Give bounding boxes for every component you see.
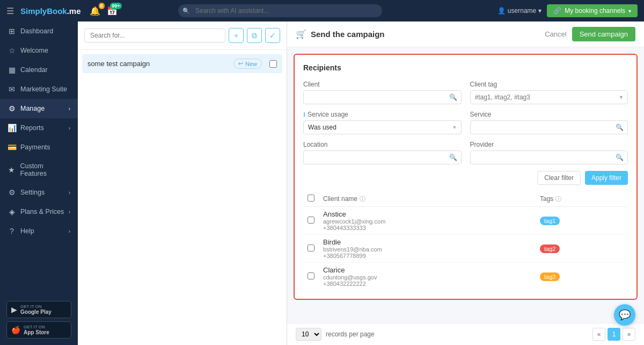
service-usage-label: ℹ Service usage — [303, 111, 462, 118]
client-email: bstrivens19@nba.com — [323, 246, 531, 253]
client-label: Client — [303, 81, 462, 88]
client-name-info-icon: ⓘ — [360, 195, 365, 203]
sidebar-item-dashboard[interactable]: ⊞ Dashboard — [0, 21, 78, 41]
table-row: Clarice cduntong@usgs.gov +380432222222 … — [303, 263, 628, 291]
campaign-item[interactable]: some test campaign ↩ New — [82, 54, 282, 73]
user-menu[interactable]: 👤 username ▾ — [497, 7, 541, 15]
booking-channels-button[interactable]: 🔗 My booking channels ▾ — [547, 4, 638, 17]
nav-right: 👤 username ▾ 🔗 My booking channels ▾ — [497, 4, 638, 17]
welcome-icon: ☆ — [8, 46, 16, 55]
notification-bell[interactable]: 🔔 8 — [90, 6, 100, 16]
client-tag-cell: tag3 — [536, 263, 628, 291]
copy-campaign-button[interactable]: ⧉ — [247, 28, 262, 43]
client-info-cell: Clarice cduntong@usgs.gov +380432222222 — [319, 263, 536, 291]
content-area: + ⧉ ✓ some test campaign ↩ New — [78, 21, 644, 345]
filter-actions: Clear filter Apply filter — [303, 171, 628, 185]
apply-filter-button[interactable]: Apply filter — [585, 171, 628, 185]
client-input[interactable] — [303, 90, 462, 104]
sidebar-item-marketing[interactable]: ✉ Marketing Suite — [0, 80, 78, 99]
google-play-badge[interactable]: ▶ GET IT ON Google Play — [6, 301, 71, 318]
send-campaign-button[interactable]: Send campaign — [572, 27, 635, 41]
recipients-container: Recipients Client 🔍 — [287, 47, 644, 323]
sidebar-item-custom[interactable]: ★ Custom Features — [0, 157, 78, 183]
sidebar-item-calendar[interactable]: ▦ Calendar — [0, 60, 78, 80]
main-layout: ⊞ Dashboard ☆ Welcome ▦ Calendar ✉ Marke… — [0, 21, 644, 345]
sidebar-item-welcome[interactable]: ☆ Welcome — [0, 41, 78, 60]
select-all-checkbox[interactable] — [308, 195, 314, 202]
service-search-icon: 🔍 — [616, 124, 624, 131]
col-client-name: Client name ⓘ — [319, 191, 536, 207]
client-search-icon: 🔍 — [449, 94, 457, 101]
client-phone: +380443333333 — [323, 225, 531, 231]
location-input[interactable] — [303, 150, 462, 164]
client-phone: +380432222222 — [323, 281, 531, 287]
client-input-wrap: 🔍 — [303, 90, 462, 104]
row-checkbox[interactable] — [308, 245, 314, 251]
sidebar-item-reports[interactable]: 📊 Reports › — [0, 118, 78, 138]
settings-arrow: › — [69, 190, 70, 196]
notification-badge: 8 — [99, 3, 105, 9]
sidebar: ⊞ Dashboard ☆ Welcome ▦ Calendar ✉ Marke… — [0, 21, 78, 345]
search-input[interactable] — [178, 4, 382, 17]
recipients-table: Client name ⓘ Tags ⓘ — [303, 191, 628, 290]
service-input[interactable] — [470, 120, 628, 134]
cancel-button[interactable]: Cancel — [545, 30, 566, 38]
service-input-wrap: 🔍 — [470, 120, 628, 134]
per-page-select[interactable]: 10 20 50 — [296, 328, 321, 341]
provider-input[interactable] — [470, 150, 628, 164]
table-row: Anstice agrewcock1j@xing.com +3804433333… — [303, 207, 628, 235]
google-play-icon: ▶ — [11, 305, 17, 314]
sidebar-item-plans[interactable]: ◈ Plans & Prices › — [0, 202, 78, 221]
check-campaign-button[interactable]: ✓ — [265, 28, 280, 43]
payments-icon: 💳 — [8, 143, 16, 152]
campaign-list: some test campaign ↩ New — [78, 50, 287, 77]
page-1-button[interactable]: 1 — [608, 328, 620, 341]
plans-icon: ◈ — [8, 207, 16, 216]
sidebar-item-help[interactable]: ? Help › — [0, 221, 78, 241]
client-name: Birdie — [323, 238, 531, 246]
first-page-button[interactable]: « — [592, 328, 605, 341]
top-navigation: ☰ SimplyBook.me 🔔 8 📅 99+ 👤 username ▾ 🔗… — [0, 0, 644, 21]
calendar-icon-btn[interactable]: 📅 99+ — [107, 6, 118, 16]
sidebar-item-settings[interactable]: ⚙ Settings › — [0, 183, 78, 202]
send-campaign-title: 🛒 Send the campaign — [296, 29, 385, 39]
campaign-checkbox[interactable] — [269, 60, 277, 68]
campaign-search-input[interactable] — [84, 28, 225, 42]
client-tag-filter-field: Client tag ▼ — [470, 81, 628, 104]
tag-badge: tag1 — [540, 217, 560, 225]
table-row: Birdie bstrivens19@nba.com +380567778899… — [303, 235, 628, 263]
calendar-badge: 99+ — [110, 3, 121, 9]
sidebar-item-payments[interactable]: 💳 Payments — [0, 138, 78, 157]
tag-badge: tag3 — [540, 272, 560, 281]
client-name: Clarice — [323, 266, 531, 274]
per-page-label: records per page — [326, 330, 375, 338]
dashboard-icon: ⊞ — [8, 27, 16, 35]
filter-grid: Client 🔍 Client tag ▼ — [303, 81, 628, 164]
search-bar — [178, 4, 382, 17]
next-page-button[interactable]: » — [623, 328, 635, 341]
row-checkbox[interactable] — [308, 272, 314, 279]
provider-filter-field: Provider 🔍 — [470, 141, 628, 164]
app-store-badge[interactable]: 🍎 GET IT ON App Store — [6, 321, 71, 339]
client-tag-input[interactable] — [470, 90, 628, 104]
sidebar-item-manage[interactable]: ⚙ Manage › — [0, 99, 78, 118]
service-usage-select[interactable]: Was used Was not used Any — [303, 120, 462, 134]
send-campaign-actions: Cancel Send campaign — [545, 27, 635, 41]
service-usage-filter-field: ℹ Service usage Was used Was not used An… — [303, 111, 462, 134]
clear-filter-button[interactable]: Clear filter — [537, 171, 581, 185]
location-filter-field: Location 🔍 — [303, 141, 462, 164]
provider-label: Provider — [470, 141, 628, 148]
chat-bubble[interactable]: 💬 — [614, 304, 635, 326]
marketing-icon: ✉ — [8, 85, 16, 94]
help-arrow: › — [69, 228, 70, 234]
location-search-icon: 🔍 — [449, 154, 457, 161]
add-campaign-button[interactable]: + — [229, 28, 244, 43]
cart-icon: 🛒 — [296, 29, 306, 39]
row-checkbox[interactable] — [308, 217, 314, 224]
info-icon: ℹ — [303, 111, 305, 118]
campaign-status-badge: ↩ New — [233, 59, 262, 69]
app-logo: SimplyBook.me — [20, 6, 81, 16]
pagination-bar: 10 20 50 records per page « 1 » — [287, 323, 644, 345]
campaign-toolbar: + ⧉ ✓ — [78, 21, 287, 50]
hamburger-menu[interactable]: ☰ — [6, 6, 14, 16]
